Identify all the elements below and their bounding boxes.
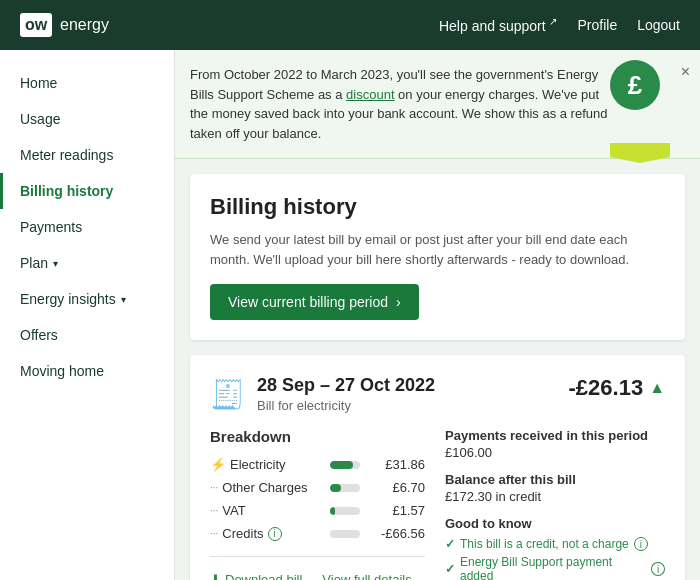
bill-details-grid: Breakdown ⚡ Electricity £31.86 [210, 428, 665, 580]
sidebar: Home Usage Meter readings Billing histor… [0, 50, 175, 580]
sidebar-item-plan[interactable]: Plan ▾ [0, 245, 174, 281]
discount-link[interactable]: discount [346, 87, 394, 102]
amount-up-icon: ▲ [649, 379, 665, 397]
close-icon[interactable]: × [681, 60, 690, 84]
bill-period-card: 🧾 28 Sep – 27 Oct 2022 Bill for electric… [190, 355, 685, 580]
vat-bar [330, 507, 360, 515]
breakdown-row-vat: ··· VAT £1.57 [210, 503, 425, 518]
good-to-know-title: Good to know [445, 516, 665, 531]
logo-text: energy [60, 16, 109, 34]
good-to-know-item-2: ✓ Energy Bill Support payment added i [445, 555, 665, 580]
billing-history-subtitle: We send your latest bill by email or pos… [210, 230, 665, 269]
bill-type: Bill for electricity [257, 398, 435, 413]
credits-amount: -£66.56 [370, 526, 425, 541]
sidebar-item-usage[interactable]: Usage [0, 101, 174, 137]
sidebar-item-billing-history[interactable]: Billing history [0, 173, 174, 209]
bill-period-info: 🧾 28 Sep – 27 Oct 2022 Bill for electric… [210, 375, 435, 413]
sidebar-item-energy-insights[interactable]: Energy insights ▾ [0, 281, 174, 317]
logo-icon: ow [20, 13, 52, 37]
info-icon[interactable]: i [634, 537, 648, 551]
other-charges-amount: £6.70 [370, 480, 425, 495]
payments-received-value: £106.00 [445, 445, 665, 460]
bill-actions: ⬇ Download bill View full details [210, 572, 425, 580]
electricity-amount: £31.86 [370, 457, 425, 472]
sidebar-item-offers[interactable]: Offers [0, 317, 174, 353]
view-billing-period-button[interactable]: View current billing period › [210, 284, 419, 320]
info-icon[interactable]: i [268, 527, 282, 541]
credits-bar [330, 530, 360, 538]
sidebar-item-moving-home[interactable]: Moving home [0, 353, 174, 389]
pound-badge: £ [610, 60, 660, 110]
check-icon: ✓ [445, 562, 455, 576]
view-full-details-link[interactable]: View full details [322, 572, 411, 580]
chevron-down-icon: ▾ [121, 294, 126, 305]
download-circle-icon: ⬇ [210, 572, 221, 580]
dots-icon: ··· [210, 482, 218, 493]
help-support-link[interactable]: Help and support ↗ [439, 16, 558, 34]
bill-date-range: 28 Sep – 27 Oct 2022 [257, 375, 435, 396]
bill-period-header: 🧾 28 Sep – 27 Oct 2022 Bill for electric… [210, 375, 665, 413]
breakdown-title: Breakdown [210, 428, 425, 445]
content-area: From October 2022 to March 2023, you'll … [175, 50, 700, 580]
check-icon: ✓ [445, 537, 455, 551]
dots-icon: ··· [210, 528, 218, 539]
bill-date-info: 28 Sep – 27 Oct 2022 Bill for electricit… [257, 375, 435, 413]
profile-link[interactable]: Profile [577, 17, 617, 33]
site-header: ow energy Help and support ↗ Profile Log… [0, 0, 700, 50]
logo-area: ow energy [20, 13, 439, 37]
breakdown-row-electricity: ⚡ Electricity £31.86 [210, 457, 425, 472]
header-nav: Help and support ↗ Profile Logout [439, 16, 680, 34]
sidebar-item-home[interactable]: Home [0, 65, 174, 101]
main-container: Home Usage Meter readings Billing histor… [0, 50, 700, 580]
breakdown-row-other-charges: ··· Other Charges £6.70 [210, 480, 425, 495]
breakdown-section: Breakdown ⚡ Electricity £31.86 [210, 428, 425, 580]
bill-info-section: Payments received in this period £106.00… [445, 428, 665, 580]
sidebar-item-payments[interactable]: Payments [0, 209, 174, 245]
billing-history-title: Billing history [210, 194, 665, 220]
divider [210, 556, 425, 557]
logout-link[interactable]: Logout [637, 17, 680, 33]
chevron-right-icon: › [396, 294, 401, 310]
bolt-icon: ⚡ [210, 457, 226, 472]
government-scheme-banner: From October 2022 to March 2023, you'll … [175, 50, 700, 159]
balance-after-value: £172.30 in credit [445, 489, 665, 504]
balance-after-label: Balance after this bill [445, 472, 665, 487]
dots-icon: ··· [210, 505, 218, 516]
bill-document-icon: 🧾 [210, 378, 245, 411]
download-bill-link[interactable]: ⬇ Download bill [210, 572, 302, 580]
payments-received-label: Payments received in this period [445, 428, 665, 443]
electricity-bar [330, 461, 360, 469]
chevron-down-icon: ▾ [53, 258, 58, 269]
sidebar-item-meter-readings[interactable]: Meter readings [0, 137, 174, 173]
info-icon[interactable]: i [651, 562, 665, 576]
banner-text: From October 2022 to March 2023, you'll … [190, 65, 680, 143]
other-charges-bar [330, 484, 360, 492]
good-to-know-item-1: ✓ This bill is a credit, not a charge i [445, 537, 665, 551]
external-link-icon: ↗ [549, 16, 557, 27]
vat-amount: £1.57 [370, 503, 425, 518]
billing-history-card: Billing history We send your latest bill… [190, 174, 685, 340]
breakdown-row-credits: ··· Credits i -£66.56 [210, 526, 425, 541]
banner-flag [610, 143, 670, 163]
bill-amount: -£26.13 ▲ [569, 375, 665, 401]
